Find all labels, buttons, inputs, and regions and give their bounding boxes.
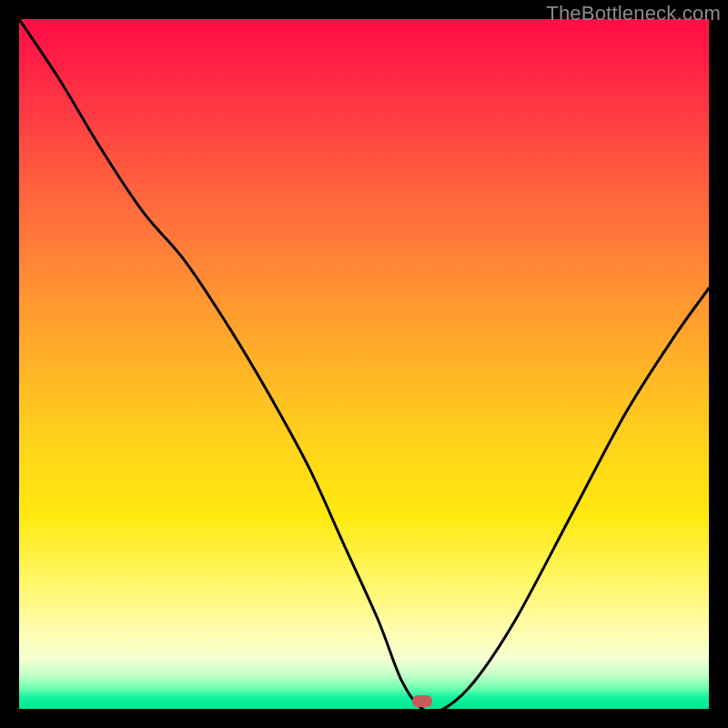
minimum-marker bbox=[412, 695, 432, 707]
bottleneck-curve bbox=[19, 19, 709, 709]
plot-area bbox=[19, 19, 709, 709]
watermark-text: TheBottleneck.com bbox=[546, 2, 721, 25]
chart-frame: TheBottleneck.com bbox=[0, 0, 728, 728]
